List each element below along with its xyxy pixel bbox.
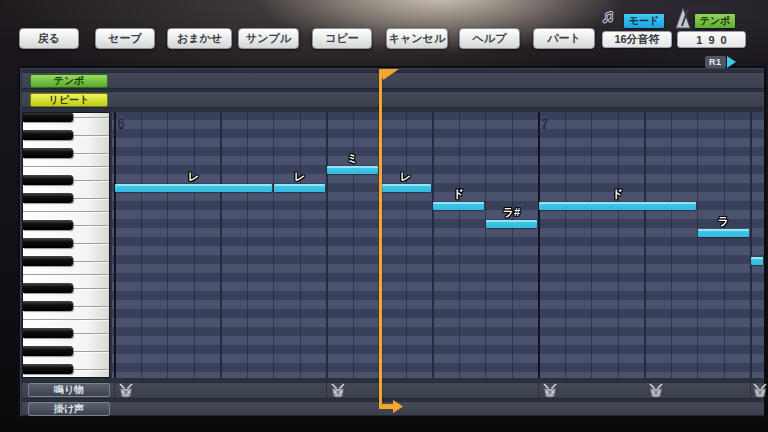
note-bar[interactable] <box>380 184 431 192</box>
black-key[interactable] <box>23 193 73 203</box>
grid-line <box>591 112 592 378</box>
lane-divider <box>326 383 327 398</box>
beat-line <box>750 112 752 378</box>
white-key-divider <box>23 166 109 167</box>
percussion-track-lane[interactable] <box>22 382 764 399</box>
black-key[interactable] <box>23 238 73 248</box>
grid-line <box>300 112 301 378</box>
grid-row <box>112 112 764 120</box>
black-key[interactable] <box>23 175 73 185</box>
grid-row <box>112 156 764 165</box>
grid-row <box>112 165 764 174</box>
toolbar-button-5[interactable]: コピー <box>312 28 372 49</box>
black-key[interactable] <box>23 256 73 266</box>
toolbar-button-2[interactable]: セーブ <box>95 28 155 49</box>
grid-row <box>112 192 764 201</box>
grid-line <box>459 112 460 378</box>
drum-hit-icon[interactable] <box>647 383 665 399</box>
playback-cursor[interactable] <box>379 69 382 405</box>
black-key[interactable] <box>23 220 73 230</box>
voice-track-button[interactable]: 掛け声 <box>28 402 110 416</box>
grid-row <box>112 228 764 237</box>
black-key[interactable] <box>23 130 73 140</box>
toolbar-button-8[interactable]: パート <box>533 28 595 49</box>
drum-hit-icon[interactable] <box>117 383 135 399</box>
grid-row <box>112 147 764 156</box>
grid-line <box>406 112 407 378</box>
note-bar[interactable] <box>486 220 537 228</box>
grid-line <box>141 112 142 378</box>
drum-hit-icon[interactable] <box>541 383 559 399</box>
white-key-divider <box>23 211 109 212</box>
black-key[interactable] <box>23 328 73 338</box>
repeat-track-lane[interactable] <box>22 91 764 108</box>
toolbar-button-4[interactable]: サンプル <box>238 28 299 49</box>
tempo-value[interactable]: 190 <box>677 31 746 48</box>
grid-row <box>112 363 764 372</box>
grid-line <box>194 112 195 378</box>
grid-row <box>112 354 764 363</box>
measure-line <box>538 112 540 378</box>
grid-row <box>112 318 764 327</box>
black-key[interactable] <box>23 283 73 293</box>
piano-keyboard[interactable] <box>22 112 110 378</box>
grid-line <box>353 112 354 378</box>
grid-row <box>112 273 764 282</box>
white-key-divider <box>23 319 109 320</box>
note-bar[interactable] <box>115 184 272 192</box>
note-bar[interactable] <box>698 229 749 237</box>
grid-row <box>112 336 764 345</box>
lane-divider <box>114 383 115 398</box>
black-key[interactable] <box>23 301 73 311</box>
tempo-track-button[interactable]: テンポ <box>30 74 108 88</box>
grid-row <box>112 237 764 246</box>
black-key[interactable] <box>23 112 73 122</box>
r1-shoulder-badge: R1 <box>705 56 726 68</box>
note-bar[interactable] <box>327 166 378 174</box>
grid-row <box>112 129 764 138</box>
note-bar[interactable] <box>433 202 484 210</box>
grid-line <box>697 112 698 378</box>
note-bar[interactable] <box>751 257 763 265</box>
beat-line <box>220 112 222 378</box>
tempo-track-lane[interactable] <box>22 72 764 89</box>
lane-divider <box>538 383 539 398</box>
grid-row <box>112 300 764 309</box>
toolbar-button-3[interactable]: おまかせ <box>167 28 232 49</box>
grid-line <box>618 112 619 378</box>
grid-row <box>112 246 764 255</box>
grid-row <box>112 264 764 273</box>
grid-row <box>112 345 764 354</box>
toolbar-button-6[interactable]: キャンセル <box>386 28 448 49</box>
black-key[interactable] <box>23 346 73 356</box>
grid-line <box>512 112 513 378</box>
percussion-track-button[interactable]: 鳴り物 <box>28 383 110 397</box>
grid-line <box>671 112 672 378</box>
black-key[interactable] <box>23 148 73 158</box>
note-bar[interactable] <box>274 184 325 192</box>
drum-hit-icon[interactable] <box>329 383 347 399</box>
toolbar-button-1[interactable]: 戻る <box>19 28 79 49</box>
repeat-track-button[interactable]: リピート <box>30 93 108 107</box>
tempo-tag: テンポ <box>695 14 735 28</box>
note-bar[interactable] <box>539 202 696 210</box>
white-key-divider <box>23 274 109 275</box>
grid-row <box>112 120 764 129</box>
metronome-icon <box>674 5 696 31</box>
mode-tag: モード <box>624 14 664 28</box>
toolbar-button-7[interactable]: ヘルプ <box>459 28 520 49</box>
grid-row <box>112 138 764 147</box>
piano-roll-grid[interactable]: 67レレミレドラ#ドラ <box>112 112 764 378</box>
grid-line <box>273 112 274 378</box>
grid-row <box>112 372 764 378</box>
grid-row <box>112 210 764 219</box>
beat-line <box>432 112 434 378</box>
black-key[interactable] <box>23 364 73 374</box>
voice-track-lane[interactable] <box>22 401 764 416</box>
drum-hit-icon[interactable] <box>751 383 768 399</box>
beat-line <box>644 112 646 378</box>
grid-row <box>112 309 764 318</box>
grid-line <box>724 112 725 378</box>
mode-value[interactable]: 16分音符 <box>602 31 672 48</box>
beat-line <box>326 112 328 378</box>
